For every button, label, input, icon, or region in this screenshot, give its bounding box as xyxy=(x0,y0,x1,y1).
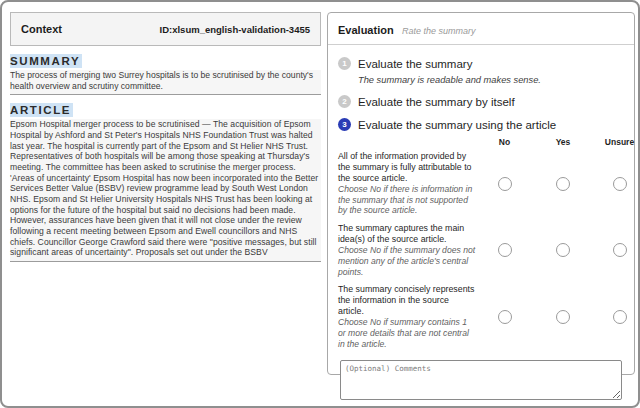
question-2-radio-yes[interactable] xyxy=(556,243,570,257)
question-2-hint: Choose No if the summary does not mentio… xyxy=(338,245,476,277)
question-3-text-block: The summary concisely represents the inf… xyxy=(338,284,476,349)
stepper: 1 Evaluate the summary The summary is re… xyxy=(328,45,634,135)
step-2-evaluate-summary-by-itself[interactable]: 2 Evaluate the summary by itself xyxy=(338,95,624,108)
question-row-main-ideas: The summary captures the main idea(s) of… xyxy=(338,223,624,277)
options-header-row: No Yes Unsure xyxy=(338,137,624,151)
question-1-text: All of the information provided by the s… xyxy=(338,151,476,184)
question-2-radio-unsure[interactable] xyxy=(613,243,627,257)
step-1-number-icon: 1 xyxy=(338,57,351,70)
step-3-evaluate-summary-using-article[interactable]: 3 Evaluate the summary using the article xyxy=(338,118,624,131)
question-3-text: The summary concisely represents the inf… xyxy=(338,284,476,317)
step-2-number-icon: 2 xyxy=(338,95,351,108)
step-1-description: The summary is readable and makes sense. xyxy=(358,75,624,85)
evaluation-panel: Evaluation Rate the summary 1 Evaluate t… xyxy=(327,12,635,375)
question-3-radio-unsure[interactable] xyxy=(613,310,627,324)
question-1-radio-unsure[interactable] xyxy=(613,177,627,191)
step-3-label: Evaluate the summary using the article xyxy=(358,119,556,131)
question-1-radio-no[interactable] xyxy=(498,177,512,191)
article-text: Epsom Hospital merger process to be scru… xyxy=(10,119,321,262)
context-panel: Context ID:xlsum_english-validation-3455… xyxy=(10,12,321,262)
evaluation-subtitle: Rate the summary xyxy=(402,26,476,36)
evaluation-header: Evaluation Rate the summary xyxy=(328,13,634,45)
context-header: Context ID:xlsum_english-validation-3455 xyxy=(10,12,321,46)
question-3-hint: Choose No if summary contains 1 or more … xyxy=(338,317,476,349)
comments-input[interactable] xyxy=(340,360,622,400)
step-3-number-icon-active: 3 xyxy=(338,118,351,131)
option-header-no: No xyxy=(476,137,533,151)
question-2-text-block: The summary captures the main idea(s) of… xyxy=(338,223,476,277)
comments-section xyxy=(328,356,634,404)
annotation-app-window: Context ID:xlsum_english-validation-3455… xyxy=(0,0,640,408)
summary-heading: SUMMARY xyxy=(10,55,321,67)
article-heading: ARTICLE xyxy=(10,104,321,116)
option-header-unsure: Unsure xyxy=(593,137,640,151)
question-3-radio-yes[interactable] xyxy=(556,310,570,324)
summary-text: The process of merging two Surrey hospit… xyxy=(10,70,321,95)
context-title: Context xyxy=(21,23,62,35)
step-1-label: Evaluate the summary xyxy=(358,58,472,70)
question-row-attributable: All of the information provided by the s… xyxy=(338,151,624,216)
question-1-text-block: All of the information provided by the s… xyxy=(338,151,476,216)
question-table: No Yes Unsure All of the information pro… xyxy=(328,135,634,356)
question-3-radio-no[interactable] xyxy=(498,310,512,324)
document-id: ID:xlsum_english-validation-3455 xyxy=(160,24,310,35)
question-1-radio-yes[interactable] xyxy=(556,177,570,191)
step-1-evaluate-summary[interactable]: 1 Evaluate the summary xyxy=(338,57,624,70)
evaluation-title: Evaluation xyxy=(338,24,394,36)
question-2-text: The summary captures the main idea(s) of… xyxy=(338,223,476,245)
question-2-radio-no[interactable] xyxy=(498,243,512,257)
evaluation-footer: 3 of 3 Article is bad quality xyxy=(328,404,634,408)
question-row-concise: The summary concisely represents the inf… xyxy=(338,284,624,349)
step-2-label: Evaluate the summary by itself xyxy=(358,96,515,108)
question-1-hint: Choose No if there is information in the… xyxy=(338,184,476,216)
option-header-yes: Yes xyxy=(533,137,593,151)
